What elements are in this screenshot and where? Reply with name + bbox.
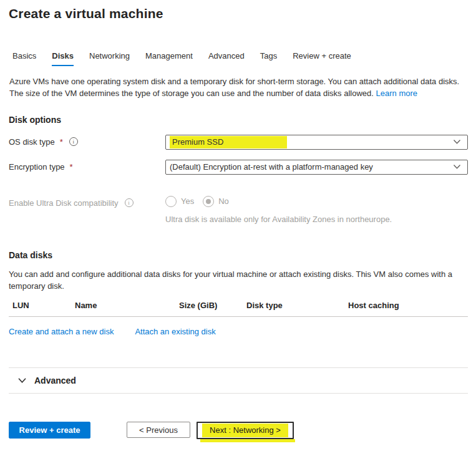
ultra-disk-label-group: Enable Ultra Disk compatibility i [9,196,165,208]
column-header-lun: LUN [12,301,75,310]
radio-selected-icon[interactable] [203,196,214,207]
create-new-disk-link[interactable]: Create and attach a new disk [9,327,114,336]
ultra-disk-yes-option[interactable]: Yes [165,196,194,207]
advanced-section-toggle[interactable]: Advanced [9,368,468,393]
os-disk-type-value: Premium SSD [170,136,287,148]
next-networking-label: Next : Networking > [202,424,288,437]
wizard-footer: Review + create < Previous Next : Networ… [9,422,468,439]
ultra-disk-row: Enable Ultra Disk compatibility i Yes No… [9,196,468,224]
previous-button[interactable]: < Previous [127,422,190,438]
encryption-type-dropdown[interactable]: (Default) Encryption at-rest with a plat… [165,160,468,175]
required-asterisk: * [70,162,73,172]
data-disks-description: You can add and configure additional dat… [9,269,468,293]
data-disks-heading: Data disks [9,250,468,260]
learn-more-link[interactable]: Learn more [376,89,417,98]
os-disk-type-dropdown[interactable]: Premium SSD [165,135,468,150]
ultra-disk-no-label: No [218,196,229,206]
ultra-disk-radio-group: Yes No [165,196,468,207]
info-icon[interactable]: i [69,137,78,146]
required-asterisk: * [60,137,63,147]
next-networking-button[interactable]: Next : Networking > [197,422,294,439]
tab-basics[interactable]: Basics [12,51,36,66]
os-disk-type-row: OS disk type* i Premium SSD [9,135,468,150]
page-title: Create a virtual machine [9,6,468,21]
data-disks-table-header: LUN Name Size (GiB) Disk type Host cachi… [9,301,468,317]
column-header-disk-type: Disk type [246,301,348,310]
tab-management[interactable]: Management [145,51,193,66]
encryption-type-label: Encryption type [9,162,65,172]
tab-disks[interactable]: Disks [52,51,74,66]
ultra-disk-field: Yes No Ultra disk is available only for … [165,196,468,224]
radio-unselected-icon[interactable] [165,196,177,207]
ultra-disk-label: Enable Ultra Disk compatibility [9,198,119,208]
attach-existing-disk-link[interactable]: Attach an existing disk [135,327,215,336]
divider [9,393,468,394]
os-disk-type-field: Premium SSD [165,135,468,150]
column-header-name: Name [75,301,179,310]
create-vm-page: Create a virtual machine Basics Disks Ne… [0,0,476,451]
intro-text: Azure VMs have one operating system disk… [9,76,468,100]
encryption-type-row: Encryption type* (Default) Encryption at… [9,160,468,175]
chevron-down-icon [17,377,27,384]
tab-networking[interactable]: Networking [89,51,130,66]
column-header-host-caching: Host caching [348,301,468,310]
chevron-down-icon [453,139,461,145]
review-create-button[interactable]: Review + create [9,422,90,439]
os-disk-type-label: OS disk type [9,137,55,147]
column-header-size: Size (GiB) [179,301,246,310]
ultra-disk-note: Ultra disk is available only for Availab… [165,215,468,224]
os-disk-type-label-group: OS disk type* i [9,135,165,147]
encryption-type-field: (Default) Encryption at-rest with a plat… [165,160,468,175]
encryption-type-value: (Default) Encryption at-rest with a plat… [170,162,373,172]
advanced-section-label: Advanced [34,376,76,386]
tab-review-create[interactable]: Review + create [293,51,351,66]
ultra-disk-no-option[interactable]: No [203,196,229,207]
tab-advanced[interactable]: Advanced [208,51,245,66]
info-icon: i [125,198,134,207]
chevron-down-icon [453,164,461,170]
encryption-type-label-group: Encryption type* [9,160,165,172]
data-disks-links: Create and attach a new disk Attach an e… [9,327,468,336]
wizard-tabs: Basics Disks Networking Management Advan… [9,51,468,66]
ultra-disk-yes-label: Yes [181,196,194,206]
disk-options-heading: Disk options [9,115,468,125]
tab-tags[interactable]: Tags [260,51,277,66]
